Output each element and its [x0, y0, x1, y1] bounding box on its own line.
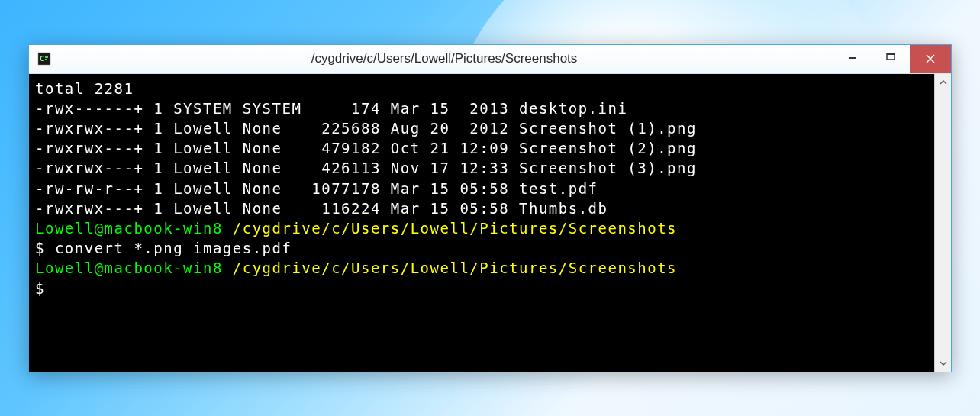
file-row: -rwxrwx---+ 1 Lowell None 116224 Mar 15 …	[35, 198, 927, 218]
terminal-area: total 2281-rwx------+ 1 SYSTEM SYSTEM 17…	[29, 74, 951, 372]
titlebar[interactable]: C /cygdrive/c/Users/Lowell/Pictures/Scre…	[29, 45, 951, 74]
scroll-up-icon[interactable]	[935, 74, 951, 91]
file-row: -rw-rw-r--+ 1 Lowell None 1077178 Mar 15…	[35, 179, 927, 198]
prompt-userhost: Lowell@macbook-win8	[35, 220, 233, 237]
close-button[interactable]	[910, 45, 951, 73]
prompt-userhost: Lowell@macbook-win8	[35, 260, 233, 276]
scroll-down-icon[interactable]	[935, 355, 951, 372]
minimize-icon	[848, 52, 857, 61]
prompt-line: Lowell@macbook-win8 /cygdrive/c/Users/Lo…	[35, 218, 927, 238]
command-line: $ convert *.png images.pdf	[35, 238, 927, 258]
command-line: $	[35, 279, 927, 298]
total-line: total 2281	[35, 79, 927, 98]
close-icon	[925, 53, 936, 64]
minimize-button[interactable]	[833, 45, 872, 68]
prompt-path: /cygdrive/c/Users/Lowell/Pictures/Screen…	[233, 260, 677, 276]
terminal-output[interactable]: total 2281-rwx------+ 1 SYSTEM SYSTEM 17…	[29, 74, 934, 372]
window-controls	[833, 45, 951, 73]
file-row: -rwxrwx---+ 1 Lowell None 225688 Aug 20 …	[35, 118, 927, 138]
file-row: -rwxrwx---+ 1 Lowell None 479182 Oct 21 …	[35, 138, 927, 158]
maximize-button[interactable]	[872, 45, 910, 68]
prompt-path: /cygdrive/c/Users/Lowell/Pictures/Screen…	[233, 220, 677, 237]
prompt-line: Lowell@macbook-win8 /cygdrive/c/Users/Lo…	[35, 258, 927, 278]
svg-text:C: C	[40, 55, 44, 63]
file-row: -rwx------+ 1 SYSTEM SYSTEM 174 Mar 15 2…	[35, 98, 927, 118]
terminal-window: C /cygdrive/c/Users/Lowell/Pictures/Scre…	[28, 44, 952, 372]
maximize-icon	[886, 52, 895, 61]
file-row: -rwxrwx---+ 1 Lowell None 426113 Nov 17 …	[35, 158, 927, 178]
scrollbar[interactable]	[934, 74, 951, 372]
app-icon: C	[37, 51, 52, 66]
window-title: /cygdrive/c/Users/Lowell/Pictures/Screen…	[52, 51, 837, 66]
